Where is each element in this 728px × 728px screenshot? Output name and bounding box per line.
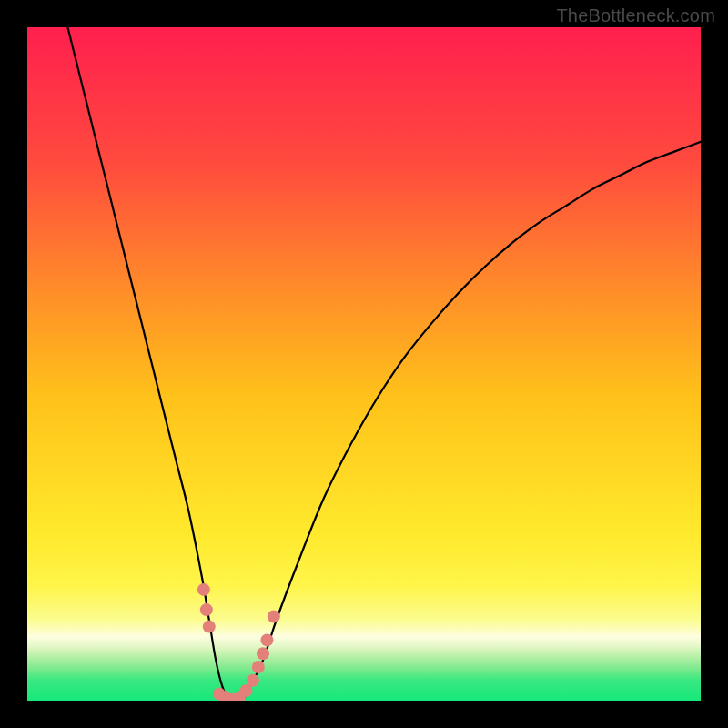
watermark-text: TheBottleneck.com: [556, 5, 715, 26]
background-gradient: [27, 27, 701, 701]
plot-area: [27, 27, 701, 701]
figure-frame: TheBottleneck.com: [0, 0, 728, 728]
svg-rect-0: [27, 27, 701, 701]
